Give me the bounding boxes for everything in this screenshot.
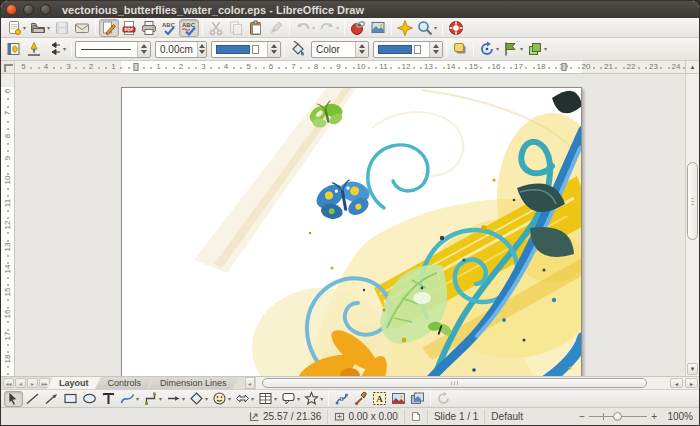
dropdown-arrow[interactable]: ▾ — [23, 25, 26, 31]
stars-button[interactable]: ▾ — [302, 391, 325, 407]
new-button[interactable]: ▾ — [4, 19, 28, 37]
layer-tab-dimension-lines[interactable]: Dimension Lines — [148, 377, 239, 389]
dropdown-arrow[interactable]: ▾ — [274, 396, 277, 402]
copy-button[interactable] — [226, 19, 246, 37]
line-arrow-end-button[interactable] — [42, 391, 61, 407]
connector-tool-button[interactable]: ▾ — [141, 391, 164, 407]
scroll-right-button[interactable]: ▸ — [685, 378, 698, 388]
zoom-slider-thumb[interactable] — [613, 412, 622, 421]
vertical-scrollbar[interactable]: ▼ — [685, 74, 699, 376]
shadow-button[interactable] — [450, 40, 470, 58]
scroll-left-button[interactable]: ◂ — [670, 378, 683, 388]
arrow-style-button[interactable]: ▾ — [44, 40, 68, 58]
insert-image-button[interactable] — [389, 391, 408, 407]
dropdown-arrow[interactable]: ▾ — [297, 396, 300, 402]
horizontal-scrollbar[interactable]: ◂ ▸ — [255, 377, 699, 389]
close-button[interactable] — [6, 4, 17, 15]
dropdown-arrow[interactable]: ▾ — [336, 25, 339, 31]
dropdown-arrow[interactable]: ▾ — [320, 396, 323, 402]
line-width-field[interactable]: 0.00cm — [155, 41, 207, 58]
layer-tab-controls[interactable]: Controls — [96, 377, 154, 389]
cut-button[interactable] — [206, 19, 226, 37]
dropdown-arrow[interactable]: ▾ — [205, 396, 208, 402]
zoom-in-button[interactable]: + — [651, 411, 657, 422]
rectangle-tool-button[interactable] — [61, 391, 80, 407]
maximize-button[interactable] — [40, 4, 51, 15]
curve-tool-button[interactable]: ▾ — [118, 391, 141, 407]
layer-tab-layout[interactable]: Layout — [47, 377, 101, 389]
dropdown-arrow[interactable]: ▾ — [136, 396, 139, 402]
gallery-photo-button[interactable] — [368, 19, 388, 37]
line-color-select[interactable] — [211, 41, 281, 58]
minimize-button[interactable] — [23, 4, 34, 15]
first-layer-button[interactable]: ◂◂ — [3, 378, 14, 388]
spin-buttons[interactable] — [267, 42, 280, 57]
redo-button[interactable]: ▾ — [317, 19, 341, 37]
save-button[interactable] — [52, 19, 72, 37]
styles-button[interactable] — [4, 40, 24, 58]
dropdown-arrow[interactable]: ▾ — [496, 46, 499, 52]
print-button[interactable] — [139, 19, 159, 37]
edit-points-button[interactable] — [332, 391, 351, 407]
scroll-up-button[interactable]: ▲ — [685, 61, 699, 73]
line-tool-button[interactable] — [23, 391, 42, 407]
spelling-button[interactable]: ABC — [159, 19, 179, 37]
edit-file-button[interactable] — [99, 19, 119, 37]
glue-points-button[interactable] — [351, 391, 370, 407]
horizontal-scroll-thumb[interactable] — [262, 378, 647, 388]
dropdown-arrow[interactable]: ▾ — [47, 25, 50, 31]
vertical-ruler[interactable]: 678910111213141516171819 — [1, 74, 15, 376]
alignment-button[interactable]: ▾ — [501, 40, 525, 58]
rotate-button[interactable]: ▾ — [477, 40, 501, 58]
dropdown-arrow[interactable]: ▾ — [520, 46, 523, 52]
email-button[interactable] — [72, 19, 92, 37]
spin-buttons[interactable] — [197, 42, 206, 57]
lines-arrows-button[interactable]: ▾ — [164, 391, 187, 407]
dropdown-arrow[interactable]: ▾ — [251, 396, 254, 402]
ellipse-tool-button[interactable] — [80, 391, 99, 407]
dropdown-arrow[interactable]: ▾ — [63, 46, 66, 52]
zoom-out-button[interactable]: − — [579, 411, 585, 422]
fill-type-select[interactable]: Color — [311, 41, 369, 58]
open-button[interactable]: ▾ — [28, 19, 52, 37]
scroll-down-button[interactable]: ▼ — [687, 363, 698, 375]
vertical-scroll-thumb[interactable] — [687, 162, 698, 240]
zoom-button[interactable]: ▾ — [415, 19, 439, 37]
spin-buttons[interactable] — [429, 42, 442, 57]
navigator-button[interactable] — [395, 19, 415, 37]
undo-button[interactable]: ▾ — [293, 19, 317, 37]
document-page[interactable] — [121, 87, 582, 376]
clone-formatting-button[interactable] — [266, 19, 286, 37]
dropdown-arrow[interactable]: ▾ — [544, 46, 547, 52]
next-layer-button[interactable]: ▸ — [27, 378, 38, 388]
dropdown-arrow[interactable]: ▾ — [159, 396, 162, 402]
hyperlink-button[interactable] — [348, 19, 368, 37]
slide-number-field[interactable]: Slide 1 / 1 — [428, 410, 485, 424]
symbol-shapes-button[interactable]: ▾ — [210, 391, 233, 407]
drawing-canvas[interactable] — [15, 74, 685, 376]
line-style-select[interactable] — [75, 41, 151, 58]
select-tool-button[interactable] — [4, 391, 23, 407]
horizontal-ruler-body[interactable]: 5432112345678910111213141516171819202122… — [15, 61, 685, 73]
flowchart-button[interactable]: ▾ — [256, 391, 279, 407]
spin-buttons[interactable] — [137, 42, 150, 57]
spin-buttons[interactable] — [355, 42, 368, 57]
scrollbar-split-handle[interactable]: ◂ — [245, 377, 255, 389]
help-button[interactable] — [446, 19, 466, 37]
page-style-field[interactable]: Default — [485, 410, 529, 424]
horizontal-ruler[interactable]: 5432112345678910111213141516171819202122… — [1, 61, 699, 74]
dropdown-arrow[interactable]: ▾ — [434, 25, 437, 31]
fontwork-button[interactable]: A — [370, 391, 389, 407]
horizontal-scroll-track[interactable] — [256, 378, 669, 388]
auto-spellcheck-button[interactable]: ABC — [179, 19, 199, 37]
rotate-tool-button[interactable] — [434, 391, 453, 407]
line-dialog-button[interactable] — [24, 40, 44, 58]
titlebar[interactable]: vectorious_butterflies_water_color.eps -… — [1, 1, 699, 18]
fill-color-select[interactable] — [373, 41, 443, 58]
dropdown-arrow[interactable]: ▾ — [182, 396, 185, 402]
area-dialog-button[interactable] — [288, 40, 308, 58]
block-arrows-button[interactable]: ▾ — [233, 391, 256, 407]
gallery-button[interactable] — [408, 391, 427, 407]
text-tool-button[interactable] — [99, 391, 118, 407]
paste-button[interactable] — [246, 19, 266, 37]
